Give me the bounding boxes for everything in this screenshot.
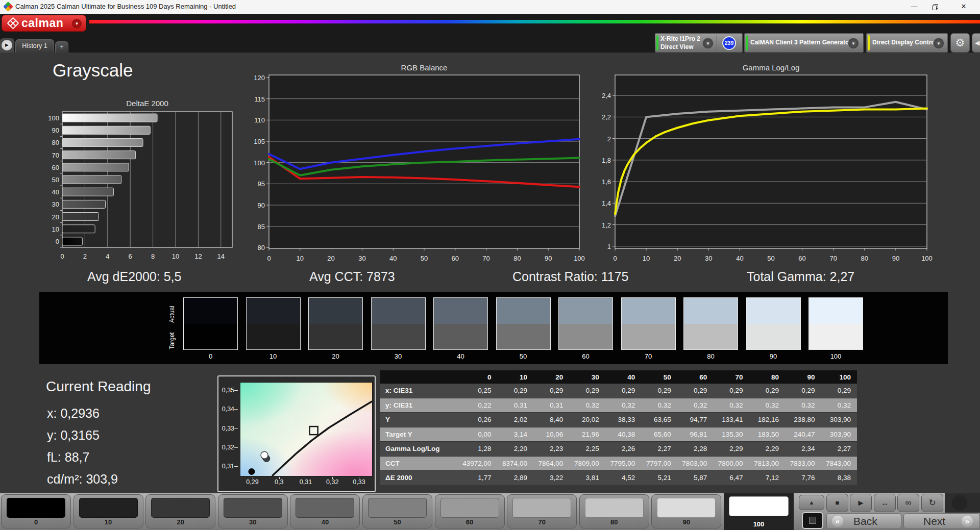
table-cell: 2,25 [569, 445, 605, 452]
svg-text:40: 40 [52, 188, 59, 196]
table-cell: 7803,00 [677, 460, 713, 467]
add-tab-button[interactable]: + [55, 41, 68, 53]
cie-y-tick-label: 0,32– [220, 444, 238, 451]
rgb-balance-chart: RGB Balance12011511010510095908580010203… [250, 61, 587, 265]
table-row-label: y: CIE31 [380, 401, 461, 409]
table-cell: 182,16 [749, 416, 785, 423]
cie-x-tick [306, 477, 306, 479]
pattern-patch-button-60[interactable]: 60 [435, 494, 505, 528]
pattern-patch-button-50[interactable]: 50 [362, 494, 432, 528]
svg-text:40: 40 [389, 255, 397, 262]
minimize-button[interactable]: — [905, 0, 923, 13]
target-patch [559, 324, 612, 350]
svg-text:60: 60 [798, 255, 805, 262]
range-icon: ↔ [881, 498, 889, 507]
actual-patch [809, 298, 863, 324]
pattern-patch-button-10[interactable]: 10 [74, 494, 143, 528]
table-cell: 7,12 [749, 474, 785, 482]
table-cell: 7,76 [785, 474, 821, 482]
target-patch [184, 324, 237, 350]
spectrum-bar [89, 20, 980, 23]
grayscale-swatch-10 [246, 297, 301, 350]
gamma-chart: Gamma Log/Log2,42,221,81,61,41,210102030… [596, 61, 943, 265]
collapse-panel-button[interactable]: ◀ [972, 33, 980, 53]
display-control-dropdown-icon[interactable]: ▼ [933, 38, 944, 49]
svg-text:60: 60 [52, 164, 59, 171]
cie-x-tick [332, 477, 333, 479]
svg-text:10: 10 [172, 253, 179, 259]
table-header-cell: 90 [785, 373, 821, 381]
close-button[interactable]: ✕ [954, 0, 973, 13]
pattern-patch-button-70[interactable]: 70 [507, 494, 577, 528]
table-cell: 5,87 [677, 474, 713, 482]
calman-logo-text: calman [21, 16, 63, 30]
swatch-level-label: 100 [808, 352, 863, 360]
svg-text:6: 6 [129, 253, 132, 259]
table-cell: 7809,00 [569, 460, 605, 467]
svg-text:DeltaE 2000: DeltaE 2000 [126, 99, 168, 108]
table-row-label: Target Y [380, 431, 461, 438]
calman-menu-button[interactable]: calman ▼ [2, 15, 86, 32]
back-button[interactable]: « Back [826, 513, 901, 529]
cie-y-tick-label: 0,31– [220, 463, 238, 470]
meter-count-badge[interactable]: 239 [722, 36, 736, 50]
swatch-level-label: 60 [558, 352, 613, 360]
single-measure-button[interactable]: ▶ [850, 494, 872, 512]
table-row-label: ΔE 2000 [380, 474, 461, 482]
table-cell: 2,27 [641, 445, 677, 452]
patch-color-chip [729, 496, 789, 516]
tab-history-1[interactable]: History 1 [15, 39, 54, 53]
svg-text:Gamma Log/Log: Gamma Log/Log [743, 63, 800, 72]
cie-x-tick-label: 0,31 [296, 478, 316, 486]
pattern-patch-button-30[interactable]: 30 [218, 494, 288, 528]
cie-x-tick-label: 0,3 [269, 478, 289, 486]
svg-text:110: 110 [254, 116, 265, 124]
table-cell: 38,33 [605, 416, 641, 423]
table-cell: 0,32 [569, 401, 605, 409]
meter-status-edge [656, 35, 658, 51]
patch-label: 90 [652, 518, 721, 526]
pattern-generator-dropdown[interactable]: CalMAN Client 3 Pattern Generator ▼ [744, 33, 864, 53]
pattern-patch-button-90[interactable]: 90 [651, 494, 721, 528]
pattern-patch-button-100[interactable]: 100 [724, 493, 794, 530]
table-header-row: 0102030405060708090100 [380, 370, 857, 384]
patch-window-button[interactable] [802, 512, 823, 529]
grayscale-swatch-70 [621, 297, 676, 350]
meter-line1: X-Rite i1Pro 2 [660, 35, 700, 42]
table-cell: 3,22 [533, 474, 569, 482]
svg-text:50: 50 [767, 255, 774, 262]
pattern-patch-button-40[interactable]: 40 [290, 494, 360, 528]
pattern-generator-dropdown-icon[interactable]: ▼ [848, 38, 859, 49]
table-cell: 0,29 [569, 387, 605, 394]
table-cell: 96,81 [677, 431, 713, 438]
restore-button[interactable] [927, 0, 945, 13]
refresh-measure-button[interactable]: ↻ [921, 494, 943, 512]
pattern-patch-button-20[interactable]: 20 [145, 494, 215, 528]
pattern-patch-button-80[interactable]: 80 [579, 494, 649, 528]
range-measure-button[interactable]: ↔ [874, 494, 896, 512]
grayscale-swatch-60 [558, 297, 613, 350]
grayscale-swatch-0 [183, 297, 238, 350]
table-cell: 0,32 [749, 401, 785, 409]
table-cell: 0,29 [641, 387, 677, 394]
target-patch [747, 324, 800, 350]
actual-row-label: Actual [168, 306, 176, 322]
pattern-patch-button-0[interactable]: 0 [1, 494, 71, 528]
session-play-icon[interactable]: ▶ [2, 40, 12, 51]
meter-dropdown[interactable]: X-Rite i1Pro 2 Direct View ▼ 239 [655, 33, 743, 53]
meter-dropdown-icon[interactable]: ▼ [702, 38, 714, 49]
next-button[interactable]: Next » [903, 513, 980, 529]
stop-measure-button[interactable]: ■ [826, 494, 848, 512]
table-row: Y0,262,028,4020,0238,3363,6594,77133,411… [380, 413, 857, 427]
display-control-dropdown[interactable]: Direct Display Control ▼ [866, 33, 948, 53]
table-cell: 43972,00 [461, 460, 497, 467]
table-cell: 3,81 [569, 474, 605, 482]
session-play-tab[interactable]: ▶ [0, 38, 14, 53]
continuous-measure-button[interactable]: ∞ [897, 494, 919, 512]
patch-bar-expand-button[interactable]: ▲ [799, 495, 824, 510]
svg-text:80: 80 [258, 244, 265, 251]
patch-label: 100 [724, 520, 794, 528]
svg-text:1,8: 1,8 [602, 157, 611, 164]
calman-dropdown-icon[interactable]: ▼ [72, 19, 82, 29]
settings-button[interactable]: ⚙ [950, 33, 970, 53]
